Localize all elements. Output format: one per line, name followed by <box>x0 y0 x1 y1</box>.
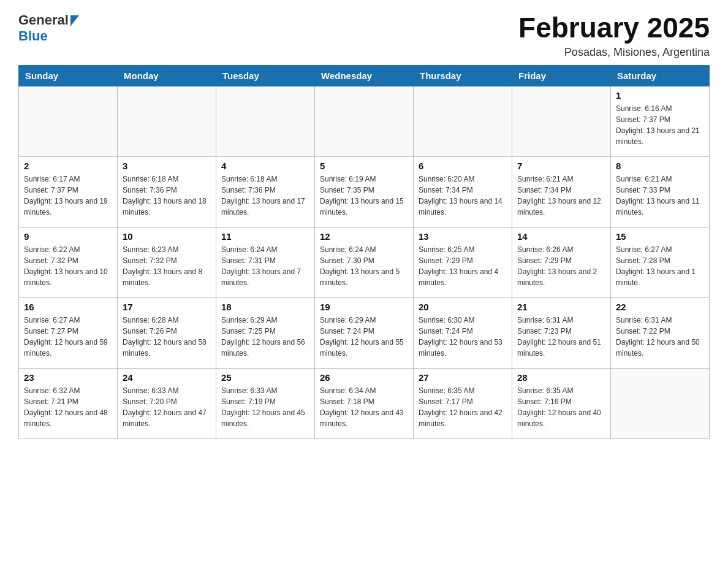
calendar-cell: 19Sunrise: 6:29 AM Sunset: 7:24 PM Dayli… <box>315 297 414 368</box>
calendar-cell: 3Sunrise: 6:18 AM Sunset: 7:36 PM Daylig… <box>118 156 216 227</box>
day-number: 19 <box>320 302 408 312</box>
calendar-row-3: 16Sunrise: 6:27 AM Sunset: 7:27 PM Dayli… <box>19 297 710 368</box>
day-info: Sunrise: 6:34 AM Sunset: 7:18 PM Dayligh… <box>320 385 408 429</box>
calendar-cell: 26Sunrise: 6:34 AM Sunset: 7:18 PM Dayli… <box>315 368 414 439</box>
day-number: 3 <box>123 161 211 171</box>
calendar-cell: 2Sunrise: 6:17 AM Sunset: 7:37 PM Daylig… <box>19 156 118 227</box>
calendar-cell: 12Sunrise: 6:24 AM Sunset: 7:30 PM Dayli… <box>315 227 414 297</box>
day-info: Sunrise: 6:26 AM Sunset: 7:29 PM Dayligh… <box>517 244 605 288</box>
day-number: 21 <box>517 302 605 312</box>
day-info: Sunrise: 6:21 AM Sunset: 7:33 PM Dayligh… <box>616 174 704 218</box>
day-info: Sunrise: 6:23 AM Sunset: 7:32 PM Dayligh… <box>123 244 211 288</box>
page-title: February 2025 <box>518 12 710 44</box>
calendar-cell: 16Sunrise: 6:27 AM Sunset: 7:27 PM Dayli… <box>19 297 118 368</box>
day-info: Sunrise: 6:18 AM Sunset: 7:36 PM Dayligh… <box>221 174 309 218</box>
calendar-cell <box>414 86 512 156</box>
calendar-header-wednesday: Wednesday <box>315 65 414 86</box>
calendar-cell: 7Sunrise: 6:21 AM Sunset: 7:34 PM Daylig… <box>512 156 611 227</box>
day-info: Sunrise: 6:35 AM Sunset: 7:16 PM Dayligh… <box>517 385 605 429</box>
day-info: Sunrise: 6:22 AM Sunset: 7:32 PM Dayligh… <box>24 244 112 288</box>
day-info: Sunrise: 6:21 AM Sunset: 7:34 PM Dayligh… <box>517 174 605 218</box>
day-number: 15 <box>616 231 704 242</box>
day-number: 9 <box>24 231 112 242</box>
calendar-cell: 22Sunrise: 6:31 AM Sunset: 7:22 PM Dayli… <box>611 297 710 368</box>
calendar-header-thursday: Thursday <box>414 65 512 86</box>
day-number: 16 <box>24 302 112 312</box>
day-number: 8 <box>616 161 704 171</box>
calendar-cell: 11Sunrise: 6:24 AM Sunset: 7:31 PM Dayli… <box>216 227 315 297</box>
calendar-table: SundayMondayTuesdayWednesdayThursdayFrid… <box>18 65 710 439</box>
calendar-cell: 1Sunrise: 6:16 AM Sunset: 7:37 PM Daylig… <box>611 86 710 156</box>
calendar-header-tuesday: Tuesday <box>216 65 315 86</box>
logo: General Blue <box>18 12 79 44</box>
day-info: Sunrise: 6:18 AM Sunset: 7:36 PM Dayligh… <box>123 174 211 218</box>
day-info: Sunrise: 6:31 AM Sunset: 7:23 PM Dayligh… <box>517 315 605 359</box>
calendar-row-4: 23Sunrise: 6:32 AM Sunset: 7:21 PM Dayli… <box>19 368 710 439</box>
day-number: 18 <box>221 302 309 312</box>
calendar-cell: 25Sunrise: 6:33 AM Sunset: 7:19 PM Dayli… <box>216 368 315 439</box>
calendar-cell: 28Sunrise: 6:35 AM Sunset: 7:16 PM Dayli… <box>512 368 611 439</box>
title-block: February 2025 Posadas, Misiones, Argenti… <box>518 12 710 59</box>
day-info: Sunrise: 6:32 AM Sunset: 7:21 PM Dayligh… <box>24 385 112 429</box>
calendar-cell: 21Sunrise: 6:31 AM Sunset: 7:23 PM Dayli… <box>512 297 611 368</box>
day-number: 27 <box>419 372 507 383</box>
day-number: 20 <box>419 302 507 312</box>
day-info: Sunrise: 6:27 AM Sunset: 7:27 PM Dayligh… <box>24 315 112 359</box>
logo-triangle-icon <box>70 15 79 26</box>
day-info: Sunrise: 6:16 AM Sunset: 7:37 PM Dayligh… <box>616 103 704 147</box>
calendar-cell: 15Sunrise: 6:27 AM Sunset: 7:28 PM Dayli… <box>611 227 710 297</box>
day-number: 17 <box>123 302 211 312</box>
day-info: Sunrise: 6:24 AM Sunset: 7:31 PM Dayligh… <box>221 244 309 288</box>
calendar-header-row: SundayMondayTuesdayWednesdayThursdayFrid… <box>19 65 710 86</box>
day-info: Sunrise: 6:31 AM Sunset: 7:22 PM Dayligh… <box>616 315 704 359</box>
day-info: Sunrise: 6:24 AM Sunset: 7:30 PM Dayligh… <box>320 244 408 288</box>
calendar-cell: 13Sunrise: 6:25 AM Sunset: 7:29 PM Dayli… <box>414 227 512 297</box>
page-header: General Blue February 2025 Posadas, Misi… <box>18 12 710 59</box>
calendar-cell <box>118 86 216 156</box>
day-number: 2 <box>24 161 112 171</box>
day-info: Sunrise: 6:30 AM Sunset: 7:24 PM Dayligh… <box>419 315 507 359</box>
calendar-cell: 27Sunrise: 6:35 AM Sunset: 7:17 PM Dayli… <box>414 368 512 439</box>
day-number: 7 <box>517 161 605 171</box>
day-info: Sunrise: 6:35 AM Sunset: 7:17 PM Dayligh… <box>419 385 507 429</box>
day-number: 4 <box>221 161 309 171</box>
day-info: Sunrise: 6:27 AM Sunset: 7:28 PM Dayligh… <box>616 244 704 288</box>
page-subtitle: Posadas, Misiones, Argentina <box>518 46 710 59</box>
logo-blue-text: Blue <box>18 28 48 44</box>
day-number: 25 <box>221 372 309 383</box>
day-number: 28 <box>517 372 605 383</box>
calendar-cell: 5Sunrise: 6:19 AM Sunset: 7:35 PM Daylig… <box>315 156 414 227</box>
day-number: 6 <box>419 161 507 171</box>
calendar-cell: 17Sunrise: 6:28 AM Sunset: 7:26 PM Dayli… <box>118 297 216 368</box>
calendar-cell: 8Sunrise: 6:21 AM Sunset: 7:33 PM Daylig… <box>611 156 710 227</box>
calendar-cell: 10Sunrise: 6:23 AM Sunset: 7:32 PM Dayli… <box>118 227 216 297</box>
day-info: Sunrise: 6:28 AM Sunset: 7:26 PM Dayligh… <box>123 315 211 359</box>
calendar-cell: 24Sunrise: 6:33 AM Sunset: 7:20 PM Dayli… <box>118 368 216 439</box>
calendar-cell <box>19 86 118 156</box>
calendar-header-friday: Friday <box>512 65 611 86</box>
calendar-cell <box>216 86 315 156</box>
calendar-cell: 14Sunrise: 6:26 AM Sunset: 7:29 PM Dayli… <box>512 227 611 297</box>
day-number: 11 <box>221 231 309 242</box>
calendar-cell: 6Sunrise: 6:20 AM Sunset: 7:34 PM Daylig… <box>414 156 512 227</box>
day-number: 1 <box>616 90 704 101</box>
calendar-header-sunday: Sunday <box>19 65 118 86</box>
day-info: Sunrise: 6:19 AM Sunset: 7:35 PM Dayligh… <box>320 174 408 218</box>
day-number: 13 <box>419 231 507 242</box>
day-number: 24 <box>123 372 211 383</box>
calendar-cell: 4Sunrise: 6:18 AM Sunset: 7:36 PM Daylig… <box>216 156 315 227</box>
calendar-cell <box>611 368 710 439</box>
calendar-row-1: 2Sunrise: 6:17 AM Sunset: 7:37 PM Daylig… <box>19 156 710 227</box>
calendar-row-2: 9Sunrise: 6:22 AM Sunset: 7:32 PM Daylig… <box>19 227 710 297</box>
calendar-cell: 20Sunrise: 6:30 AM Sunset: 7:24 PM Dayli… <box>414 297 512 368</box>
calendar-row-0: 1Sunrise: 6:16 AM Sunset: 7:37 PM Daylig… <box>19 86 710 156</box>
logo-general-text: General <box>18 12 69 28</box>
day-info: Sunrise: 6:29 AM Sunset: 7:25 PM Dayligh… <box>221 315 309 359</box>
day-info: Sunrise: 6:33 AM Sunset: 7:20 PM Dayligh… <box>123 385 211 429</box>
day-info: Sunrise: 6:17 AM Sunset: 7:37 PM Dayligh… <box>24 174 112 218</box>
calendar-cell <box>315 86 414 156</box>
calendar-cell: 23Sunrise: 6:32 AM Sunset: 7:21 PM Dayli… <box>19 368 118 439</box>
day-number: 12 <box>320 231 408 242</box>
calendar-cell: 9Sunrise: 6:22 AM Sunset: 7:32 PM Daylig… <box>19 227 118 297</box>
day-number: 22 <box>616 302 704 312</box>
